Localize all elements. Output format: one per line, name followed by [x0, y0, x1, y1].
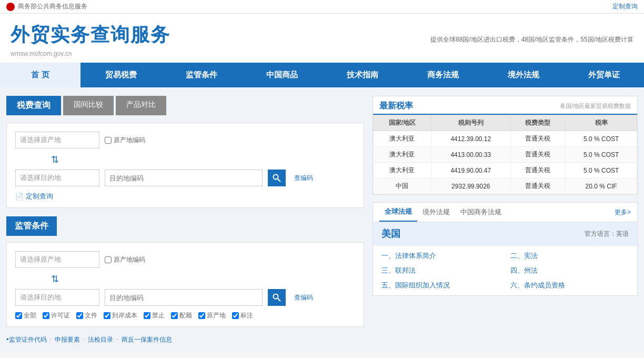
- law-link-item[interactable]: 五、国际组织加入情况: [381, 281, 500, 290]
- table-row[interactable]: 澳大利亚 4412.39.00.12 普通关税 5.0 % COST: [374, 131, 637, 147]
- table-row[interactable]: 澳大利亚 4413.00.00.33 普通关税 5.0 % COST: [374, 147, 637, 163]
- dest-search-button[interactable]: [268, 170, 286, 186]
- check-ban[interactable]: 禁止: [144, 311, 165, 320]
- col-rate: 税率: [566, 115, 637, 131]
- destination-select[interactable]: 请选择目的地: [15, 170, 99, 186]
- sup-origin-code-text: 原产地编码: [114, 255, 145, 264]
- sup-origin-select[interactable]: 请选择原产地: [15, 251, 99, 268]
- sup-origin-code-checkbox[interactable]: [105, 256, 112, 263]
- country-lang: 官方语言：英语: [585, 230, 629, 238]
- nav-home[interactable]: 首 页: [0, 63, 80, 87]
- site-url: wmsw.mofcom.gov.cn: [11, 50, 170, 57]
- law-link-item[interactable]: 四、州法: [510, 266, 629, 275]
- cell-rate: 5.0 % COST: [566, 163, 637, 178]
- checkbox-landing-cost[interactable]: [104, 312, 110, 319]
- cell-type: 普通关税: [510, 163, 566, 178]
- origin-code-label: 原产地编码: [114, 136, 145, 145]
- cell-code: 4412.39.00.12: [431, 131, 510, 147]
- dest-query-link[interactable]: 查编码: [294, 174, 313, 183]
- nav-foreign-law[interactable]: 境外法规: [483, 63, 564, 87]
- header: 外贸实务查询服务 wmsw.mofcom.gov.cn 提供全球88国/地区进出…: [0, 14, 644, 63]
- cell-code: 4413.00.00.33: [431, 147, 510, 163]
- check-landing-cost[interactable]: 到岸成本: [104, 311, 137, 320]
- check-doc[interactable]: 文件: [76, 311, 97, 320]
- nav-commerce-law[interactable]: 商务法规: [402, 63, 483, 87]
- link-declare-elements[interactable]: 申报要素: [55, 335, 80, 344]
- cell-country: 澳大利亚: [374, 147, 431, 163]
- cell-country: 中国: [374, 178, 431, 194]
- tab-tax-query[interactable]: 税费查询: [6, 96, 61, 115]
- sup-exchange-arrows-icon: ⇅: [47, 273, 63, 285]
- check-permit[interactable]: 许可证: [43, 311, 70, 320]
- checkbox-ban[interactable]: [144, 312, 150, 319]
- checkbox-permit[interactable]: [43, 312, 49, 319]
- country-box: 美国 官方语言：英语: [373, 222, 637, 246]
- rate-table: 国家/地区 税则号列 税费类型 税率 澳大利亚 4412.39.00.12 普通…: [373, 115, 637, 194]
- check-mark[interactable]: 标注: [232, 311, 253, 320]
- site-name: 商务部公共商务信息服务: [18, 2, 87, 11]
- rate-table-header: 国家/地区 税则号列 税费类型 税率: [374, 115, 637, 131]
- law-link-item[interactable]: 一、法律体系简介: [381, 251, 500, 261]
- supervision-query-box: 请选择原产地 原产地编码 ⇅ 请选择目的地: [6, 242, 364, 327]
- checkbox-mark[interactable]: [232, 312, 239, 319]
- nav-supervision[interactable]: 监管条件: [161, 63, 242, 87]
- law-tab-china[interactable]: 中国商务法规: [455, 203, 507, 221]
- checkbox-doc[interactable]: [76, 312, 83, 319]
- nav-tech-guide[interactable]: 技术指南: [322, 63, 402, 87]
- header-description: 提供全球88国/地区进出口税费，48国/地区监管条件，55国/地区税费计算: [430, 35, 633, 44]
- exchange-arrows-icon: ⇅: [47, 154, 63, 165]
- checkbox-origin[interactable]: [198, 312, 205, 319]
- law-link-item[interactable]: 三、联邦法: [381, 266, 500, 275]
- check-quota[interactable]: 配额: [171, 311, 192, 320]
- nav-china-goods[interactable]: 中国商品: [242, 63, 322, 87]
- nav-trade-doc[interactable]: 外贸单证: [564, 63, 644, 87]
- custom-query-link[interactable]: 📄 定制查询: [15, 192, 355, 201]
- cell-rate: 5.0 % COST: [566, 147, 637, 163]
- cell-type: 普通关税: [510, 178, 566, 194]
- link-cert-code[interactable]: 监管证件代码: [9, 335, 47, 344]
- law-link-item[interactable]: 二、宪法: [510, 251, 629, 261]
- rate-header: 最新税率 各国/地区最新贸易税费数据: [373, 96, 637, 115]
- doc-icon: 📄: [15, 193, 24, 201]
- site-title: 外贸实务查询服务: [11, 22, 170, 48]
- checkbox-all[interactable]: [15, 312, 22, 319]
- law-tabs: 全球法规 境外法规 中国商务法规 更多>: [373, 203, 637, 222]
- law-more-link[interactable]: 更多>: [615, 208, 631, 217]
- law-link-item[interactable]: 六、条约成员资格: [510, 281, 629, 290]
- col-type: 税费类型: [510, 115, 566, 131]
- origin-code-checkbox[interactable]: [105, 137, 112, 144]
- table-row[interactable]: 中国 2932.99.9026 普通关税 20.0 % CIF: [374, 178, 637, 194]
- sup-destination-select[interactable]: 请选择目的地: [15, 289, 99, 306]
- supervision-section: 监管条件 请选择原产地 原产地编码 ⇅ 请选择目的地: [6, 216, 364, 344]
- cell-type: 普通关税: [510, 147, 566, 163]
- checkbox-quota[interactable]: [171, 312, 178, 319]
- link-law-inspection[interactable]: 法检目录: [88, 335, 113, 344]
- svg-point-0: [274, 175, 278, 180]
- origin-code-checkbox-label: 原产地编码: [105, 136, 145, 145]
- cell-code: 4419.90.00.47: [431, 163, 510, 178]
- main-nav: 首 页 贸易税费 监管条件 中国商品 技术指南 商务法规 境外法规 外贸单证: [0, 63, 644, 87]
- law-tab-global[interactable]: 全球法规: [379, 203, 417, 222]
- origin-select[interactable]: 请选择原产地: [15, 132, 99, 148]
- link-anti-dumping[interactable]: 两反一保案件信息: [122, 335, 172, 344]
- sup-search-icon: [273, 293, 281, 302]
- table-row[interactable]: 澳大利亚 4419.90.00.47 普通关税 5.0 % COST: [374, 163, 637, 178]
- check-origin[interactable]: 原产地: [198, 311, 226, 320]
- main-content: 税费查询 国间比较 产品对比 请选择原产地 原产地编码 ⇅ 请选择目的地: [0, 87, 644, 353]
- sup-dest-code-input[interactable]: [105, 289, 263, 306]
- svg-line-3: [278, 299, 280, 301]
- tab-product-compare[interactable]: 产品对比: [116, 96, 166, 115]
- check-all[interactable]: 全部: [15, 311, 36, 320]
- tab-country-compare[interactable]: 国间比较: [63, 96, 114, 115]
- svg-line-1: [278, 179, 280, 182]
- custom-query-topbar[interactable]: 定制查询: [612, 2, 638, 11]
- search-icon: [273, 174, 281, 182]
- law-tab-foreign[interactable]: 境外法规: [417, 203, 455, 221]
- supervision-checkboxes: 全部 许可证 文件 到岸成本: [15, 311, 355, 320]
- nav-trade-tax[interactable]: 贸易税费: [80, 63, 161, 87]
- dest-code-input[interactable]: [105, 170, 263, 186]
- rate-section: 最新税率 各国/地区最新贸易税费数据 国家/地区 税则号列 税费类型 税率 澳大…: [373, 96, 638, 195]
- col-country: 国家/地区: [374, 115, 431, 131]
- sup-query-link[interactable]: 查编码: [294, 293, 313, 302]
- sup-search-button[interactable]: [268, 289, 286, 306]
